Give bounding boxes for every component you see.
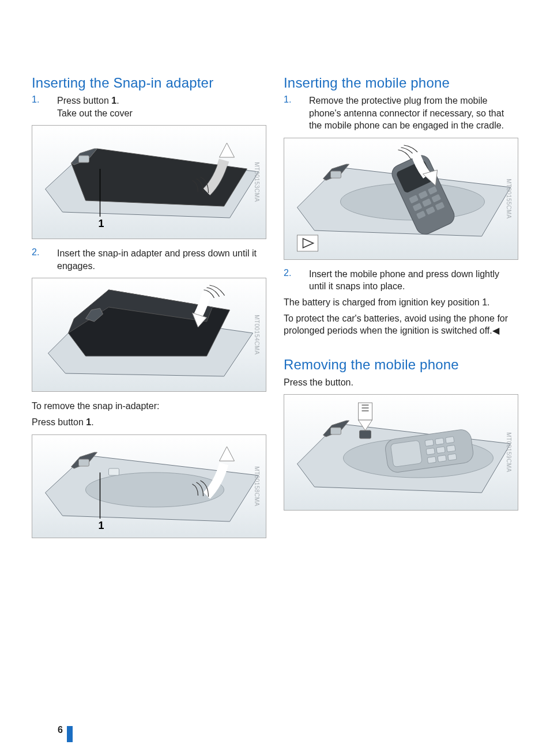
figure-b <box>32 278 266 392</box>
step-text: Insert the snap-in adapter and press dow… <box>57 247 266 272</box>
insert-adapter-illustration <box>32 278 266 391</box>
svg-point-15 <box>86 472 224 507</box>
figure-c-wrap: 1 MT00158CMA <box>32 434 266 538</box>
phone-step-1: 1. Remove the protective plug from the m… <box>284 94 518 132</box>
step-number: 1. <box>32 94 57 119</box>
svg-marker-4 <box>220 143 235 157</box>
figure-d-wrap: MT00155CMA <box>284 138 518 260</box>
page-marker <box>67 726 73 742</box>
page-number: 6 <box>58 725 63 735</box>
ignition-warning: To protect the car's batteries, avoid us… <box>284 312 518 337</box>
figure-e <box>284 394 518 511</box>
figure-b-caption: MT00154CMA <box>254 315 260 355</box>
step-text: Press button 1. Take out the cover <box>57 94 133 119</box>
removing-phone-instruction: Press the button. <box>284 376 518 389</box>
step-number: 1. <box>284 94 309 132</box>
svg-rect-47 <box>426 448 435 455</box>
svg-rect-46 <box>446 437 454 444</box>
figure-a-wrap: 1 MT00153CMA <box>32 125 266 239</box>
remove-phone-illustration <box>284 395 518 510</box>
figure-a: 1 <box>32 125 266 239</box>
svg-text:1: 1 <box>99 520 104 531</box>
figure-c: 1 <box>32 434 266 538</box>
right-column: Inserting the mobile phone 1. Remove the… <box>284 75 518 546</box>
manual-page: Inserting the Snap-in adapter 1. Press b… <box>0 0 550 756</box>
figure-d <box>284 138 518 260</box>
figure-b-wrap: MT00154CMA <box>32 278 266 392</box>
battery-note: The battery is charged from ignition key… <box>284 296 518 309</box>
cradle-cover-illustration: 1 <box>32 126 266 239</box>
svg-rect-36 <box>297 235 318 251</box>
adapter-step-1: 1. Press button 1. Take out the cover <box>32 94 266 119</box>
remove-adapter-instruction: Press button 1. <box>32 416 266 429</box>
svg-rect-45 <box>435 438 444 445</box>
step-number: 2. <box>32 247 57 272</box>
svg-text:1: 1 <box>99 218 104 229</box>
step-text: Insert the mobile phone and press down l… <box>309 268 518 293</box>
svg-marker-17 <box>220 447 235 461</box>
heading-inserting-phone: Inserting the mobile phone <box>284 75 518 91</box>
svg-rect-48 <box>436 447 445 453</box>
svg-rect-16 <box>109 468 119 475</box>
step-text: Remove the protective plug from the mobi… <box>309 94 518 132</box>
svg-rect-43 <box>390 440 422 467</box>
remove-adapter-illustration: 1 <box>32 435 266 538</box>
remove-adapter-intro: To remove the snap in-adapter: <box>32 400 266 413</box>
heading-inserting-adapter: Inserting the Snap-in adapter <box>32 75 266 91</box>
svg-rect-52 <box>448 454 457 461</box>
phone-step-2: 2. Insert the mobile phone and press dow… <box>284 268 518 293</box>
left-column: Inserting the Snap-in adapter 1. Press b… <box>32 75 266 546</box>
heading-removing-phone: Removing the mobile phone <box>284 357 518 373</box>
svg-rect-50 <box>427 457 436 464</box>
svg-rect-3 <box>79 156 89 162</box>
figure-e-caption: MT00159CMA <box>506 433 512 472</box>
insert-phone-illustration <box>284 138 518 259</box>
svg-rect-51 <box>438 455 446 462</box>
figure-d-caption: MT00155CMA <box>506 179 512 218</box>
svg-rect-53 <box>360 430 371 439</box>
figure-e-wrap: MT00159CMA <box>284 394 518 511</box>
figure-c-caption: MT00158CMA <box>254 466 260 506</box>
svg-rect-14 <box>79 459 89 466</box>
svg-rect-44 <box>425 440 434 447</box>
step-number: 2. <box>284 268 309 293</box>
adapter-step-2: 2. Insert the snap-in adapter and press … <box>32 247 266 272</box>
svg-rect-22 <box>331 171 341 178</box>
figure-a-caption: MT00153CMA <box>254 162 260 202</box>
svg-rect-40 <box>331 428 341 434</box>
svg-rect-49 <box>447 445 455 452</box>
